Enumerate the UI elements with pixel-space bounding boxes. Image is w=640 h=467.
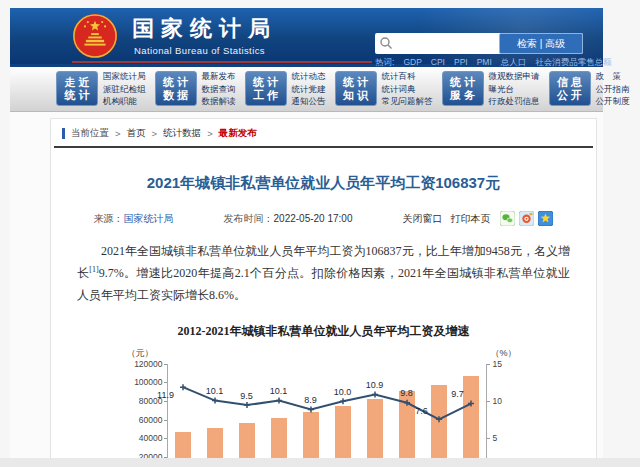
share-icons [500,211,553,226]
nav-group: 走近统计国家统计局派驻纪检组机构职能 [56,70,146,108]
publish-time: 2022-05-20 17:00 [274,213,353,224]
nav-link[interactable]: 机构职能 [103,95,146,108]
nav-group-title[interactable]: 走近统计 [56,71,98,106]
hot-words: 热词: GDPCPIPPIPMI总人口社会消费品零售总额 [375,57,612,69]
right-axis-tick-mark [487,401,490,402]
nav-link[interactable]: 派驻纪检组 [103,83,146,96]
nav-links: 国家统计局派驻纪检组机构职能 [103,70,146,108]
page-title: 2021年城镇非私营单位就业人员年平均工资106837元 [51,174,596,193]
national-emblem-logo [72,13,118,59]
close-window-button[interactable]: 关闭窗口 [402,212,442,226]
site-title-english: National Bureau of Statistics [134,45,265,56]
breadcrumb-marker [62,128,65,139]
hot-word-link[interactable]: CPI [431,57,445,69]
hot-word-link[interactable]: 总人口 [501,57,527,69]
hot-word-link[interactable]: GDP [403,57,421,69]
data-label: 11.9 [151,390,181,400]
nav-link[interactable]: 统计词典 [382,83,433,96]
nav-link[interactable]: 公开指南 [596,83,630,96]
combo-chart: （元）（%）0200004000060000800001000001200000… [121,346,527,467]
data-label: 10.9 [360,380,390,390]
left-axis-tick: 120000 [121,359,163,369]
search-button[interactable]: 检索 | 高级 [499,33,583,54]
hot-word-link[interactable]: 社会消费品零售总额 [535,57,612,69]
nav-group-title[interactable]: 统计知识 [335,71,377,106]
right-axis-tick-mark [487,364,490,365]
nav-group: 统计工作统计动态统计党建通知公告 [245,70,326,108]
breadcrumb-label: 当前位置 [71,127,109,140]
data-label: 9.5 [232,391,262,401]
nav-link[interactable]: 公开制度 [596,95,630,108]
data-label: 10.1 [264,386,294,396]
data-label: 8.9 [296,395,326,405]
nav-link[interactable]: 数据解读 [202,95,236,108]
search-bar: 检索 | 高级 [375,33,583,54]
nav-link[interactable]: 国家统计局 [103,70,146,83]
data-label: 10.0 [328,387,358,397]
article-meta: 来源：国家统计局 发布时间：2022-05-20 17:00 关闭窗口 打印本页 [51,211,596,226]
right-axis-tick: 15 [493,359,513,369]
nav-link[interactable]: 最新发布 [202,70,236,83]
site-header: 国家统计局 National Bureau of Statistics 检索 |… [10,8,603,64]
weibo-share-icon[interactable] [519,211,534,226]
data-label: 7.6 [407,406,437,416]
main-nav: 走近统计国家统计局派驻纪检组机构职能统计数据最新发布数据查询数据解读统计工作统计… [10,64,603,112]
hot-words-label: 热词: [375,57,394,69]
breadcrumb-separator: > [152,128,158,139]
data-label: 9.8 [392,388,422,398]
article-paragraph: 2021年全国城镇非私营单位就业人员年平均工资为106837元，比上年增加945… [77,240,570,307]
breadcrumb-separator: > [115,128,121,139]
hot-word-link[interactable]: PMI [477,57,492,69]
nav-group: 信息公开政 策公开指南公开制度 [549,70,630,108]
source-link[interactable]: 国家统计局 [124,212,174,226]
hot-word-link[interactable]: PPI [454,57,468,69]
publish-label: 发布时间： [224,212,274,226]
data-label: 9.7 [443,389,473,399]
nav-link[interactable]: 行政处罚信息 [489,95,540,108]
content-area: 当前位置 >首页>统计数据>最新发布 2021年城镇非私营单位就业人员年平均工资… [10,112,603,467]
nav-group-title[interactable]: 统计数据 [155,71,197,106]
print-page-button[interactable]: 打印本页 [450,212,490,226]
paragraph-text: 9.7%。增速比2020年提高2.1个百分点。扣除价格因素，2021年全国城镇非… [77,266,570,302]
source-label: 来源： [94,212,124,226]
left-axis-tick: 60000 [121,415,163,425]
article-panel: 当前位置 >首页>统计数据>最新发布 2021年城镇非私营单位就业人员年平均工资… [50,118,597,467]
favorite-star-icon[interactable] [538,211,553,226]
nav-link[interactable]: 统计党建 [292,83,326,96]
left-axis-tick: 100000 [121,377,163,387]
nav-group-title[interactable]: 信息公开 [549,71,591,106]
nav-link[interactable]: 通知公告 [292,95,326,108]
nav-link[interactable]: 政 策 [596,70,630,83]
nav-link[interactable]: 常见问题解答 [382,95,433,108]
nav-link[interactable]: 数据查询 [202,83,236,96]
nav-links: 统计百科统计词典常见问题解答 [382,70,433,108]
wechat-share-icon[interactable] [500,211,515,226]
nav-group: 统计数据最新发布数据查询数据解读 [155,70,236,108]
nav-link[interactable]: 微观数据申请 [489,70,540,83]
nav-group: 统计服务微观数据申请曝光台行政处罚信息 [442,70,540,108]
nav-link[interactable]: 曝光台 [489,83,540,96]
growth-line [167,364,487,467]
nav-link[interactable]: 统计动态 [292,70,326,83]
page-bottom-strip [0,458,640,467]
right-axis-tick: 10 [493,396,513,406]
site-title: 国家统计局 [132,14,277,44]
nav-group-title[interactable]: 统计服务 [442,71,484,106]
nav-links: 政 策公开指南公开制度 [596,70,630,108]
search-icon [379,36,393,50]
left-axis-tick: 40000 [121,433,163,443]
breadcrumb-current[interactable]: 最新发布 [219,127,257,140]
nav-link[interactable]: 统计百科 [382,70,433,83]
chart-title: 2012-2021年城镇非私营单位就业人员年平均工资及增速 [51,323,596,340]
breadcrumb-separator: > [207,128,213,139]
data-label: 10.1 [200,386,230,396]
breadcrumb-link[interactable]: 统计数据 [163,127,201,140]
right-axis-tick: 5 [493,433,513,443]
search-input[interactable] [375,32,499,55]
breadcrumb-path: >首页>统计数据>最新发布 [109,127,257,140]
nav-group-title[interactable]: 统计工作 [245,71,287,106]
nav-group: 统计知识统计百科统计词典常见问题解答 [335,70,433,108]
site-container: 国家统计局 National Bureau of Statistics 检索 |… [10,8,603,467]
header-red-divider [72,61,372,63]
breadcrumb-link[interactable]: 首页 [127,127,146,140]
